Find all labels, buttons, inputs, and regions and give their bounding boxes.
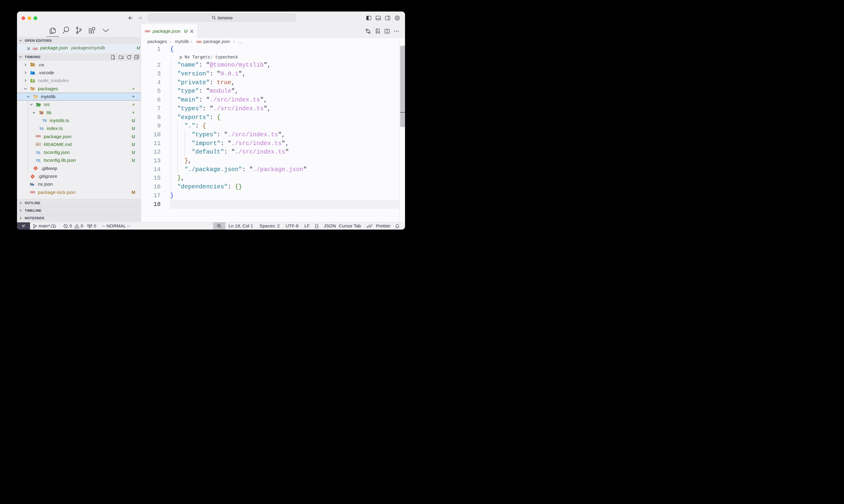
svg-text:TS: TS — [39, 127, 44, 130]
svg-text:npm: npm — [33, 48, 37, 50]
svg-text:</>: </> — [37, 105, 40, 107]
svg-text:npm: npm — [36, 136, 40, 137]
svg-text:JS: JS — [32, 80, 34, 82]
svg-text:TS: TS — [42, 119, 46, 123]
svg-text:npm: npm — [31, 191, 34, 193]
svg-text:x: x — [32, 183, 34, 186]
svg-text:npm: npm — [197, 41, 201, 42]
svg-text:npm: npm — [145, 30, 149, 32]
